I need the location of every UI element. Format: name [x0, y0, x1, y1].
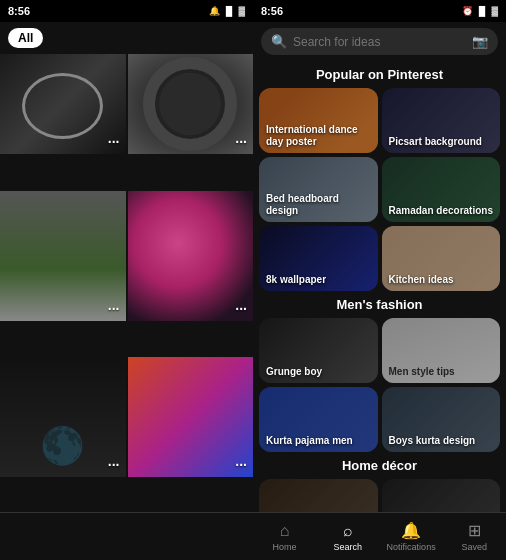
signal-icon: ▐▌: [476, 6, 489, 16]
nav-search-label: Search: [334, 542, 363, 552]
left-bottom-nav: [0, 512, 253, 560]
left-panel: 8:56 🔔 ▐▌ ▓ All ··· ··· ··· ··· ··· ···: [0, 0, 253, 560]
right-content: Popular on Pinterest International dance…: [253, 61, 506, 512]
battery-icon: ▓: [238, 6, 245, 16]
right-time: 8:56: [261, 5, 283, 17]
card-style[interactable]: Men style tips: [382, 318, 501, 383]
card-label-ramadan: Ramadan decorations: [389, 205, 493, 217]
nav-search[interactable]: ⌕ Search: [316, 522, 379, 552]
dots-menu[interactable]: ···: [235, 301, 247, 317]
image-planet: ···: [128, 191, 254, 321]
search-icon: 🔍: [271, 34, 287, 49]
popular-grid: International dance day poster Picsart b…: [259, 88, 500, 291]
home-grid: Best wallpapers hd Full hd wallpaper: [259, 479, 500, 512]
dots-menu[interactable]: ···: [108, 134, 120, 150]
card-label-wallpaper: 8k wallpaper: [266, 274, 326, 286]
right-status-bar: 8:56 ⏰ ▐▌ ▓: [253, 0, 506, 22]
card-label-boys: Boys kurta design: [389, 435, 476, 447]
right-panel: 8:56 ⏰ ▐▌ ▓ 🔍 📷 Popular on Pinterest Int…: [253, 0, 506, 560]
card-ramadan[interactable]: Ramadan decorations: [382, 157, 501, 222]
image-tire: ···: [128, 54, 254, 154]
card-label-style: Men style tips: [389, 366, 455, 378]
card-wallpaper[interactable]: 8k wallpaper: [259, 226, 378, 291]
image-bike: ···: [0, 54, 126, 154]
card-kurta[interactable]: Kurta pajama men: [259, 387, 378, 452]
saved-icon: ⊞: [468, 521, 481, 540]
image-abstract: ···: [128, 357, 254, 477]
card-label-grunge: Grunge boy: [266, 366, 322, 378]
right-bottom-nav: ⌂ Home ⌕ Search 🔔 Notifications ⊞ Saved: [253, 512, 506, 560]
search-bar[interactable]: 🔍 📷: [261, 28, 498, 55]
nav-notifications[interactable]: 🔔 Notifications: [380, 521, 443, 552]
image-tree: ···: [0, 191, 126, 321]
nav-home[interactable]: ⌂ Home: [253, 522, 316, 552]
card-kitchen[interactable]: Kitchen ideas: [382, 226, 501, 291]
all-button[interactable]: All: [8, 28, 43, 48]
notifications-icon: 🔔: [401, 521, 421, 540]
section-title-home: Home décor: [259, 458, 500, 473]
left-image-grid: ··· ··· ··· ··· ··· ···: [0, 54, 253, 512]
left-status-bar: 8:56 🔔 ▐▌ ▓: [0, 0, 253, 22]
dots-menu[interactable]: ···: [235, 134, 247, 150]
dots-menu[interactable]: ···: [235, 457, 247, 473]
notification-icon: 🔔: [209, 6, 220, 16]
battery-icon: ▓: [491, 6, 498, 16]
search-nav-icon: ⌕: [343, 522, 353, 540]
home-icon: ⌂: [280, 522, 290, 540]
search-input[interactable]: [293, 35, 466, 49]
card-boys[interactable]: Boys kurta design: [382, 387, 501, 452]
nav-saved[interactable]: ⊞ Saved: [443, 521, 506, 552]
nav-home-label: Home: [273, 542, 297, 552]
card-dance[interactable]: International dance day poster: [259, 88, 378, 153]
section-title-popular: Popular on Pinterest: [259, 67, 500, 82]
alarm-icon: ⏰: [462, 6, 473, 16]
card-label-dance: International dance day poster: [266, 124, 371, 148]
left-time: 8:56: [8, 5, 30, 17]
card-label-picsart: Picsart background: [389, 136, 482, 148]
card-label-bed: Bed headboard design: [266, 193, 371, 217]
card-label-kitchen: Kitchen ideas: [389, 274, 454, 286]
card-picsart[interactable]: Picsart background: [382, 88, 501, 153]
left-status-icons: 🔔 ▐▌ ▓: [209, 6, 245, 16]
camera-icon[interactable]: 📷: [472, 34, 488, 49]
card-full-hd[interactable]: Full hd wallpaper: [382, 479, 501, 512]
right-status-icons: ⏰ ▐▌ ▓: [462, 6, 498, 16]
dots-menu[interactable]: ···: [108, 457, 120, 473]
card-grunge[interactable]: Grunge boy: [259, 318, 378, 383]
card-best-wall[interactable]: Best wallpapers hd: [259, 479, 378, 512]
section-title-mens: Men's fashion: [259, 297, 500, 312]
card-label-kurta: Kurta pajama men: [266, 435, 353, 447]
card-bed[interactable]: Bed headboard design: [259, 157, 378, 222]
mens-grid: Grunge boy Men style tips Kurta pajama m…: [259, 318, 500, 452]
nav-saved-label: Saved: [462, 542, 488, 552]
signal-icon: ▐▌: [223, 6, 236, 16]
image-moon: ···: [0, 357, 126, 477]
dots-menu[interactable]: ···: [108, 301, 120, 317]
nav-notifications-label: Notifications: [387, 542, 436, 552]
